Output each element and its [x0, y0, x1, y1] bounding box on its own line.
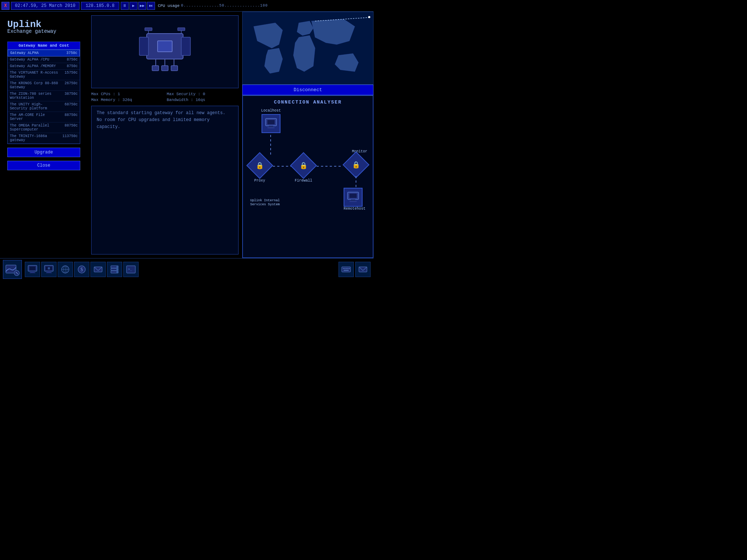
ca-node-monitor: 🔒 — [347, 155, 365, 174]
bottom-taskbar: $ >_ — [25, 262, 139, 277]
svg-rect-33 — [47, 271, 51, 272]
monitor-icon: 🔒 — [342, 151, 369, 178]
gateway-item[interactable]: The OMEGA Parallel Supercomputer88750c — [8, 122, 80, 133]
top-bar: X 02:47.59, 25 March 2010 128.185.0.8 ⏸ … — [0, 0, 374, 12]
close-window-button[interactable]: X — [1, 2, 9, 10]
datetime-display: 02:47.59, 25 March 2010 — [11, 2, 80, 10]
ca-node-remotehost: Remotehost — [344, 188, 365, 211]
svg-point-46 — [117, 266, 118, 267]
svg-rect-55 — [347, 268, 348, 269]
svg-rect-51 — [342, 267, 351, 272]
gateway-item[interactable]: Gateway ALPHA /CPU8750c — [8, 57, 80, 63]
proxy-icon: 🔒 — [246, 152, 273, 179]
gateway-list-header: Gateway Name and Cost — [8, 42, 80, 50]
svg-rect-7 — [152, 66, 159, 71]
disconnect-button[interactable]: Disconnect — [242, 85, 374, 95]
gateway-list: Gateway ALPHA3750cGateway ALPHA /CPU8750… — [8, 50, 80, 144]
uplink-label: Uplink InternalServices System — [250, 199, 280, 207]
ip-display: 128.185.0.8 — [81, 2, 119, 10]
world-map-svg — [243, 12, 373, 84]
taskbar-icon-monitor[interactable] — [41, 262, 57, 277]
svg-rect-28 — [30, 267, 35, 270]
svg-text:>_: >_ — [128, 267, 132, 271]
svg-rect-9 — [171, 66, 178, 71]
taskbar-icon-computer[interactable] — [25, 262, 40, 277]
main-app-icon[interactable] — [3, 260, 22, 279]
gateway-item[interactable]: The AM-CORE File Server88750c — [8, 112, 80, 122]
gateway-description: The standard starting gateway for all ne… — [91, 106, 239, 254]
connection-analyser: CONNECTION ANALYSER Localhost — [242, 95, 374, 258]
gateway-item[interactable]: The TRINITY-1686a gateway113750c — [8, 133, 80, 144]
svg-rect-53 — [344, 268, 345, 269]
keyboard-icon-button[interactable] — [338, 262, 354, 277]
app-subtitle: Exchange gateway — [7, 28, 80, 34]
envelope-icon-button[interactable] — [355, 262, 371, 277]
gateway-illustration — [136, 26, 194, 77]
gateway-item[interactable]: The ZION-780 series Workstation38750c — [8, 91, 80, 101]
svg-rect-52 — [343, 268, 344, 269]
svg-rect-11 — [145, 28, 152, 31]
max-memory-stat: Max Memory : 326q — [91, 98, 163, 102]
svg-rect-13 — [178, 28, 185, 31]
pause-button[interactable]: ⏸ — [121, 2, 129, 10]
world-map-area — [242, 12, 374, 85]
close-button[interactable]: Close — [7, 161, 80, 170]
right-panel: Disconnect CONNECTION ANALYSER Localhost — [242, 12, 374, 258]
localhost-label: Localhost — [261, 109, 281, 113]
remotehost-label: Remotehost — [344, 207, 365, 211]
svg-rect-24 — [349, 201, 357, 202]
line-firewall-to-monitor — [317, 166, 341, 167]
cpu-usage-bar: 0..............50..............100 — [181, 4, 268, 8]
bottom-bar: $ >_ — [0, 258, 374, 280]
gateway-list-container: Gateway Name and Cost Gateway ALPHA3750c… — [7, 42, 80, 144]
middle-panel: Max CPUs : 1 Max Security : 0 Max Memory… — [88, 12, 242, 258]
svg-rect-23 — [351, 199, 355, 201]
gateway-item[interactable]: Gateway ALPHA3750c — [8, 50, 80, 57]
playback-controls: ⏸ ▶ ▶▶ ⏭ — [121, 2, 155, 10]
gateway-item[interactable]: The VIRTUANET R-Access Gateway15750c — [8, 70, 80, 80]
svg-rect-22 — [349, 194, 357, 198]
svg-text:$: $ — [81, 267, 83, 272]
max-security-stat: Max Security : 0 — [167, 92, 239, 96]
firewall-icon: 🔒 — [290, 152, 317, 179]
cpu-usage-label: CPU usage — [158, 4, 179, 8]
ca-node-firewall: 🔒 Firewall — [294, 156, 313, 183]
svg-rect-54 — [346, 268, 347, 269]
taskbar-icon-terminal[interactable]: >_ — [123, 262, 139, 277]
connection-analyser-title: CONNECTION ANALYSER — [247, 100, 369, 105]
play-button[interactable]: ▶ — [129, 2, 138, 10]
svg-rect-19 — [269, 126, 273, 127]
svg-rect-34 — [46, 272, 52, 273]
taskbar-icon-network[interactable] — [58, 262, 73, 277]
gateway-item[interactable]: The KRONOS Corp 80-860 Gateway26750c — [8, 80, 80, 91]
taskbar-icon-server[interactable] — [107, 262, 122, 277]
remotehost-icon — [344, 188, 363, 207]
svg-rect-35 — [48, 267, 50, 269]
upgrade-button[interactable]: Upgrade — [7, 148, 80, 157]
taskbar-icon-mail[interactable] — [90, 262, 106, 277]
svg-point-16 — [368, 16, 370, 18]
svg-rect-18 — [267, 120, 275, 124]
fast-forward-button[interactable]: ▶▶ — [138, 2, 146, 10]
line-localhost-to-proxies — [270, 135, 271, 155]
svg-rect-20 — [267, 127, 275, 128]
taskbar-icon-dollar[interactable]: $ — [74, 262, 89, 277]
bottom-right-icons — [338, 262, 371, 277]
cpu-usage-area: CPU usage 0..............50.............… — [158, 4, 268, 8]
svg-rect-3 — [158, 41, 172, 52]
svg-rect-2 — [181, 37, 190, 55]
svg-rect-8 — [162, 66, 168, 71]
main-layout: Uplink Exchange gateway Gateway Name and… — [0, 12, 374, 258]
gateway-item[interactable]: The UNITY High-Security platform68750c — [8, 101, 80, 112]
svg-point-48 — [117, 271, 118, 272]
skip-button[interactable]: ⏭ — [147, 2, 155, 10]
firewall-label: Firewall — [295, 179, 312, 183]
ca-node-proxy: 🔒 Proxy — [250, 156, 269, 183]
svg-rect-29 — [31, 271, 34, 272]
gateway-item[interactable]: Gateway ALPHA /MEMORY8750c — [8, 63, 80, 70]
gateway-stats: Max CPUs : 1 Max Security : 0 Max Memory… — [91, 91, 239, 103]
ca-diagram: Localhost 🔒 — [247, 109, 369, 211]
localhost-icon — [262, 114, 280, 133]
app-title-area: Uplink Exchange gateway — [7, 19, 80, 38]
svg-rect-56 — [349, 268, 350, 269]
